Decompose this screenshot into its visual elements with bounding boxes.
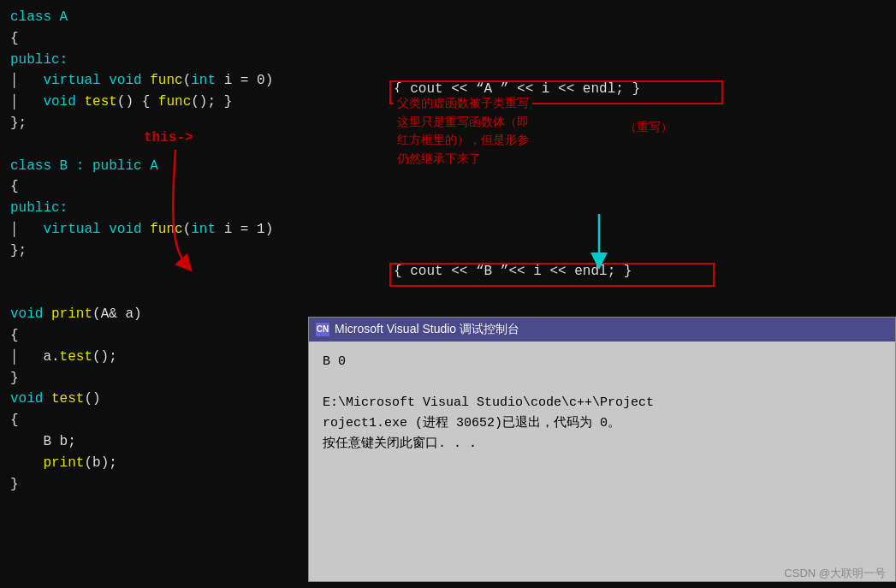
code-line-5: │ void test () { func (); }	[10, 92, 896, 113]
code-line-13	[10, 262, 896, 283]
code-line-6: };	[10, 113, 896, 134]
code-text: print	[51, 304, 92, 325]
code-text: test	[84, 92, 116, 113]
console-title: Microsoft Visual Studio 调试控制台	[335, 322, 519, 337]
code-text: ()	[84, 389, 100, 410]
console-window: CN Microsoft Visual Studio 调试控制台 B 0 E:\…	[308, 317, 896, 582]
code-text: {	[10, 325, 19, 347]
code-text: │ a.	[10, 347, 60, 368]
console-output-line5: 按任意键关闭此窗口. . .	[323, 434, 881, 454]
code-text: ();	[92, 347, 117, 368]
code-text: (	[183, 219, 192, 241]
code-text: virtual void	[43, 70, 150, 92]
code-text: void	[10, 389, 51, 410]
code-text: │	[10, 70, 43, 92]
code-text: public:	[10, 50, 68, 71]
code-text: A	[142, 156, 158, 177]
code-text: virtual void	[43, 219, 150, 241]
code-text: │	[10, 92, 43, 113]
code-text: test	[60, 347, 92, 368]
code-text: public:	[10, 198, 68, 219]
code-text: {	[10, 176, 19, 198]
code-text: func	[150, 219, 182, 241]
code-text: class A	[10, 7, 68, 28]
console-output-line4: roject1.exe (进程 30652)已退出，代码为 0。	[323, 413, 881, 434]
code-text: i = 0)	[216, 70, 273, 92]
code-text	[10, 453, 43, 474]
watermark: CSDN @大联明一号	[784, 566, 886, 581]
code-text: print	[43, 453, 84, 474]
code-text: () {	[117, 92, 158, 113]
code-line-1: class A	[10, 7, 896, 28]
code-line-8: class B : public A	[10, 156, 896, 177]
code-text: int	[191, 70, 216, 92]
code-text: (A& a)	[92, 304, 142, 325]
code-text: void	[43, 92, 84, 113]
code-line-11: │ virtual void func ( int i = 1)	[10, 219, 896, 241]
code-text: };	[10, 113, 27, 134]
code-text: (b);	[84, 453, 116, 474]
console-output-line3: E:\Microsoft Visual Studio\code\c++\Proj…	[323, 393, 881, 413]
code-text: B b;	[10, 431, 76, 453]
code-text: int	[191, 219, 216, 241]
code-text: class B : public	[10, 156, 142, 177]
console-icon: CN	[316, 323, 329, 336]
code-line-7	[10, 134, 896, 156]
console-output-line2	[323, 372, 881, 393]
code-line-10: public:	[10, 198, 896, 219]
code-text: func	[158, 92, 191, 113]
code-line-9: {	[10, 176, 896, 198]
code-text: test	[51, 389, 84, 410]
code-line-3: public:	[10, 50, 896, 71]
code-text: void	[10, 304, 51, 325]
code-line-2: {	[10, 28, 896, 50]
code-line-4: │ virtual void func ( int i = 0)	[10, 70, 896, 92]
code-text: {	[10, 28, 19, 50]
console-titlebar: CN Microsoft Visual Studio 调试控制台	[309, 318, 895, 342]
code-text: }	[10, 474, 19, 496]
console-output-line1: B 0	[323, 352, 881, 372]
code-text: }	[10, 368, 19, 389]
console-body: B 0 E:\Microsoft Visual Studio\code\c++\…	[309, 342, 895, 581]
code-text: };	[10, 241, 27, 262]
code-text: (); }	[191, 92, 232, 113]
code-text: │	[10, 219, 43, 241]
code-text: func	[150, 70, 182, 92]
code-line-14	[10, 282, 896, 304]
code-text: i = 1)	[216, 219, 273, 241]
code-text: {	[10, 410, 19, 431]
code-text: (	[183, 70, 192, 92]
code-line-12: };	[10, 241, 896, 262]
